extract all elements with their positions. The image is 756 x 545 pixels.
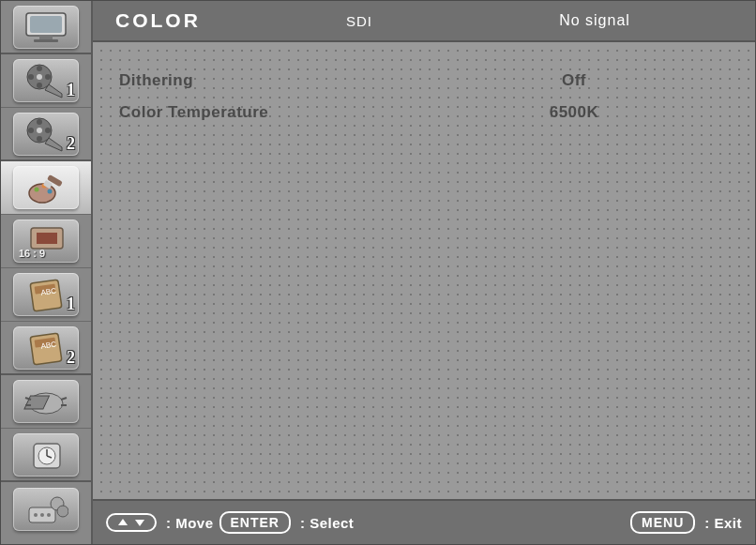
settings-content: Dithering Off Color Temperature 6500K <box>93 42 755 501</box>
setting-value: Off <box>412 71 736 90</box>
aspect-label: 16 : 9 <box>19 248 45 259</box>
svg-point-41 <box>34 513 38 517</box>
brush-icon <box>13 166 79 209</box>
svg-rect-3 <box>34 39 58 42</box>
setting-label: Dithering <box>112 71 412 90</box>
enter-pill: ENTER <box>219 511 291 534</box>
badge-1: 1 <box>67 81 75 100</box>
sidebar-item-color[interactable] <box>1 161 91 215</box>
sidebar-item-aspect[interactable]: 16 : 9 <box>1 215 91 268</box>
arrow-up-icon <box>117 517 129 528</box>
monitor-icon <box>13 6 79 49</box>
hint-exit: : Exit <box>704 515 742 531</box>
svg-rect-23 <box>37 233 57 244</box>
svg-point-19 <box>48 189 53 194</box>
svg-point-5 <box>37 74 42 80</box>
svg-point-7 <box>45 74 51 80</box>
notebook-icon: ABC 2 <box>13 326 79 370</box>
arrows-pill <box>106 513 157 532</box>
setting-row-color-temp[interactable]: Color Temperature 6500K <box>112 97 736 129</box>
setting-row-dithering[interactable]: Dithering Off <box>112 65 736 97</box>
sidebar-item-time[interactable] <box>1 429 91 482</box>
badge-1b: 1 <box>67 295 75 314</box>
aspect-icon: 16 : 9 <box>13 220 79 263</box>
menu-title: COLOR <box>115 9 284 32</box>
film-reel-icon: 1 <box>13 59 79 102</box>
svg-point-12 <box>37 119 42 125</box>
svg-line-34 <box>61 398 67 400</box>
clock-icon <box>13 433 79 477</box>
menu-pill: MENU <box>630 511 695 534</box>
svg-rect-2 <box>39 36 53 39</box>
titlebar: COLOR SDI No signal <box>93 1 755 42</box>
osd-container: 1 2 <box>0 0 756 545</box>
svg-point-11 <box>37 128 42 133</box>
main-panel: COLOR SDI No signal Dithering Off Color … <box>93 1 755 544</box>
svg-point-8 <box>37 83 42 88</box>
svg-rect-1 <box>30 16 62 33</box>
footer-hints: : Move ENTER : Select MENU : Exit <box>93 501 755 544</box>
source-label: SDI <box>284 13 434 29</box>
badge-2: 2 <box>67 134 75 154</box>
sidebar-item-setup1[interactable]: ABC 1 <box>1 268 91 322</box>
setting-value: 6500K <box>412 103 736 122</box>
sidebar-item-picture[interactable] <box>1 1 91 54</box>
arrow-down-icon <box>134 517 145 528</box>
badge-2b: 2 <box>67 348 75 368</box>
sidebar-item-video1[interactable]: 1 <box>1 54 91 108</box>
hint-move: : Move <box>166 515 214 531</box>
svg-point-6 <box>37 66 42 71</box>
signal-status: No signal <box>434 12 755 29</box>
sidebar-item-setup2[interactable]: ABC 2 <box>1 322 91 375</box>
svg-point-45 <box>57 506 68 517</box>
svg-point-17 <box>35 188 39 192</box>
svg-point-42 <box>40 513 44 517</box>
chip-icon <box>13 380 79 423</box>
sidebar-item-video2[interactable]: 2 <box>1 108 91 161</box>
sidebar-item-system[interactable] <box>1 375 91 429</box>
svg-point-14 <box>37 136 42 142</box>
hint-select: : Select <box>300 515 354 531</box>
notebook-icon: ABC 1 <box>13 273 79 316</box>
svg-point-9 <box>28 74 34 80</box>
svg-point-15 <box>28 128 34 133</box>
remote-icon <box>13 488 79 531</box>
svg-point-13 <box>45 128 51 133</box>
setting-label: Color Temperature <box>112 103 412 122</box>
sidebar: 1 2 <box>1 1 93 544</box>
sidebar-item-remote[interactable] <box>1 482 91 536</box>
film-reel-icon: 2 <box>13 113 79 156</box>
svg-point-43 <box>47 513 51 517</box>
